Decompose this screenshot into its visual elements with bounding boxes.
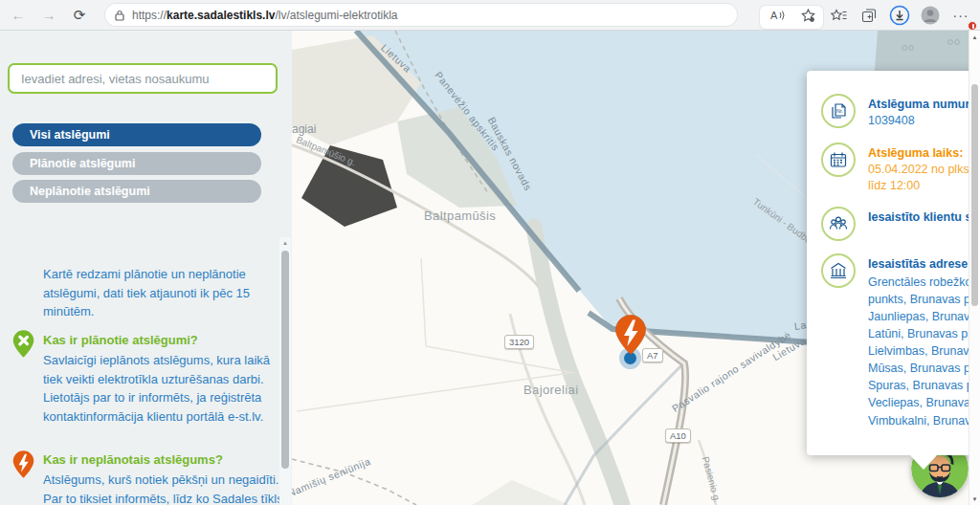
addresses-label: Iesaistītās adrese: (868, 256, 980, 273)
outage-time-value: 05.04.2022 no plkst. 03:55 līdz 12:00 (868, 163, 980, 192)
filter-unplanned-button[interactable]: Neplānotie atslēgumi (12, 180, 261, 203)
unplanned-outage-pin-icon (11, 450, 35, 479)
outage-number-row: Nr. Atslēguma numurs: 1039408 (821, 94, 980, 130)
unplanned-outage-title: Kas ir neplānotais atslēgums? (43, 452, 223, 467)
svg-text:A: A (770, 10, 778, 21)
outage-number-icon: Nr. (821, 94, 856, 128)
address-bar[interactable]: https://karte.sadalestikls.lv/lv/atslegu… (105, 4, 737, 26)
planned-outage-title: Kas ir plānotie atslēgumi? (43, 333, 198, 347)
address-line: Jaunliepas, Brunavas pag. (868, 308, 980, 325)
address-line: Mūsas, Brunavas pag. (868, 360, 980, 377)
page-scroll-thumb[interactable] (971, 84, 978, 306)
addresses-row: Iesaistītās adrese: Grenctāles robežkont… (821, 253, 980, 428)
page-scroll-down-icon[interactable]: ▼ (969, 493, 980, 502)
road-badge-3120: 3120 (504, 335, 534, 349)
planned-outage-pin-icon (11, 329, 35, 359)
clients-count-row: Iesaistīto klientu skaits: 13 (821, 207, 980, 241)
filter-all-button[interactable]: Visi atslēgumi (12, 123, 261, 146)
favorites-bar-button[interactable] (825, 2, 852, 29)
sidebar-intro-text: Kartē redzami plānotie un neplānotie ats… (43, 265, 276, 321)
outage-time-row: Atslēguma laiks: 05.04.2022 no plkst. 03… (821, 143, 980, 195)
map-canvas[interactable]: agiai Baltpamūšio g. Lietuva Panevėžio a… (292, 31, 980, 505)
sidebar-scroll-thumb[interactable] (281, 251, 289, 469)
unplanned-outage-marker-1[interactable] (613, 314, 648, 356)
notification-badge (968, 21, 977, 31)
browser-toolbar: ← → ⟳ https://karte.sadalestikls.lv/lv/a… (0, 0, 980, 31)
clients-icon (821, 207, 856, 241)
svg-text:Nr.: Nr. (836, 108, 844, 114)
address-line: Lielvimbas, Brunavas pag. (868, 342, 980, 360)
lock-icon (115, 10, 124, 21)
page-scroll-up-icon[interactable]: ▲ (969, 31, 980, 40)
map-label-agiai: agiai (292, 122, 316, 136)
back-button[interactable]: ← (6, 3, 31, 28)
sidebar: Visi atslēgumi Plānotie atslēgumi Neplān… (0, 31, 292, 505)
search-input[interactable] (8, 63, 278, 94)
app-window: ← → ⟳ https://karte.sadalestikls.lv/lv/a… (0, 0, 980, 505)
planned-outage-body: Savlaicīgi ieplānots atslēgums, kura lai… (43, 351, 284, 426)
unplanned-outage-body: Atslēgums, kurš notiek pēkšņi un negaidī… (43, 471, 284, 505)
settings-more-button[interactable]: ··· (947, 2, 974, 29)
sidebar-scroll-up-icon[interactable]: ▲ (279, 237, 291, 246)
calendar-icon (821, 143, 856, 177)
map-label-bajoreliai: Bajoreliai (523, 383, 578, 397)
outage-number-value: 1039408 (868, 114, 915, 127)
outage-number-label: Atslēguma numurs: (868, 98, 980, 111)
download-button[interactable] (886, 2, 913, 29)
favorites-star-button[interactable] (794, 2, 821, 29)
collections-icon[interactable] (856, 2, 882, 29)
filter-planned-button[interactable]: Plānotie atslēgumi (12, 152, 261, 175)
road-badge-a10: A10 (665, 428, 691, 443)
address-line: Vecliepas, Brunavas pag. (868, 394, 980, 411)
url-text: https://karte.sadalestikls.lv/lv/atslegu… (132, 9, 398, 22)
address-line: Vimbukalni, Brunavas pag. (868, 412, 980, 429)
address-line: Spuras, Brunavas pag. (868, 377, 980, 394)
outage-details-popup: × Nr. Atslēguma numurs: 1039408 Atslēgum… (807, 71, 980, 455)
read-aloud-button[interactable]: A (764, 2, 791, 29)
map-label-baltpamusis: Baltpamūšis (424, 209, 496, 223)
page-scrollbar[interactable]: ▲ ▼ (969, 31, 980, 505)
outage-time-label: Atslēguma laiks: (868, 146, 963, 160)
address-line: Grenctāles robežkontroles punkts, Brunav… (868, 274, 980, 308)
reload-button[interactable]: ⟳ (67, 3, 92, 28)
address-building-icon (821, 253, 856, 288)
forward-button[interactable]: → (36, 3, 61, 28)
profile-avatar-icon[interactable] (917, 2, 944, 29)
sidebar-scrollbar[interactable]: ▲ (279, 237, 291, 505)
address-line: Latūni, Brunavas pag. (868, 325, 980, 342)
clients-count-label: Iesaistīto klientu skaits: (868, 210, 980, 224)
